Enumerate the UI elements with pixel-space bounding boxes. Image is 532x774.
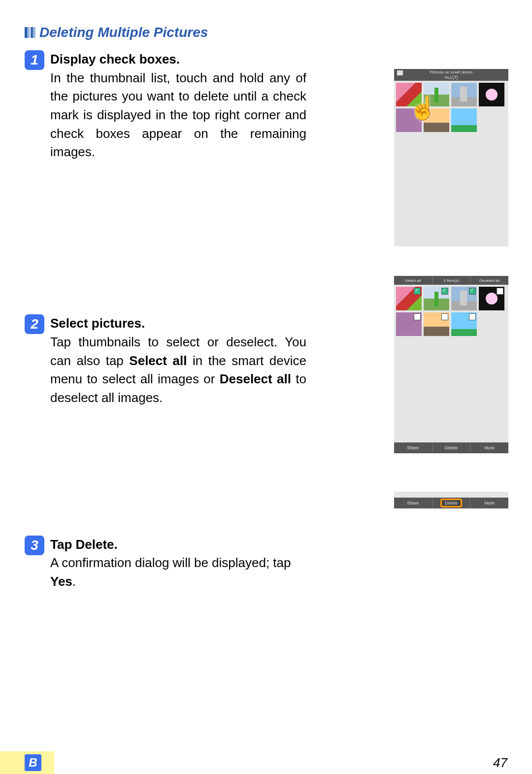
step3-text-c: . — [72, 574, 76, 589]
share-button[interactable]: Share — [394, 498, 432, 508]
section-title: Deleting Multiple Pictures — [25, 25, 507, 40]
thumbnail[interactable] — [424, 287, 449, 310]
step2-text-d: De­select all — [220, 371, 291, 386]
thumbnail[interactable] — [451, 108, 477, 132]
step-number-3: 3 — [25, 536, 44, 555]
step2-heading: Select pictures. — [50, 316, 145, 331]
section-bars-icon — [25, 27, 36, 38]
delete-button-highlighted[interactable]: Delete — [432, 498, 471, 508]
thumbnail[interactable] — [424, 312, 449, 336]
checkbox-checked-icon — [414, 288, 421, 295]
manual-page: Deleting Multiple Pictures 1 Display che… — [0, 0, 532, 774]
step3-text-a: A confirmation dialog will be displayed;… — [50, 555, 291, 570]
thumbnail[interactable] — [396, 108, 422, 132]
step3-heading-b: Delete — [76, 537, 114, 552]
thumbnail[interactable] — [424, 108, 449, 132]
step3-heading-a: Tap — [50, 537, 76, 552]
thumbnail[interactable] — [396, 83, 422, 106]
page-number: 47 — [493, 755, 507, 771]
phone2-selection-bar: Select all 3 Item(s) Deselect all — [394, 276, 508, 285]
step-3: 3 Tap Delete. A confirmation dialog will… — [25, 536, 507, 591]
checkbox-icon — [469, 313, 476, 320]
checkbox-icon — [497, 288, 503, 295]
checkbox-checked-icon — [469, 288, 476, 295]
checkbox-icon — [414, 313, 421, 320]
step-number-2: 2 — [25, 314, 44, 334]
step3-text-b: Yes — [50, 574, 72, 589]
phone2-grid — [394, 285, 508, 442]
phone1-header-line2: ALL(7) — [396, 75, 506, 80]
folder-icon — [397, 70, 403, 75]
thumbnail[interactable] — [479, 83, 504, 106]
thumbnail[interactable] — [396, 287, 422, 310]
thumbnail[interactable] — [479, 287, 504, 310]
step1-heading: Display check boxes. — [50, 52, 180, 67]
phone1-header: Pictures on smart device ALL(7) — [394, 69, 508, 81]
phone3-bottom-bar: Share Delete More — [394, 498, 508, 508]
section-title-text: Deleting Multiple Pictures — [39, 25, 208, 40]
phone1-header-line1: Pictures on smart device — [396, 70, 506, 74]
checkbox-checked-icon — [441, 288, 448, 295]
thumbnail[interactable] — [451, 83, 477, 106]
phone2-bottom-bar: Share Delete More — [394, 442, 508, 453]
deselect-all-button[interactable]: Deselect all — [470, 276, 508, 285]
share-button[interactable]: Share — [394, 442, 432, 453]
more-button[interactable]: More — [470, 498, 508, 508]
thumbnail[interactable] — [451, 312, 477, 336]
screenshot-step2: Select all 3 Item(s) Deselect all Share … — [394, 276, 508, 453]
screenshot-step3: Share Delete More — [394, 492, 508, 508]
step2-text-b: Select all — [129, 353, 187, 368]
page-footer: B 47 — [0, 751, 532, 774]
more-button[interactable]: More — [470, 442, 508, 453]
step1-text: In the thumbnail list, touch and hold an… — [50, 70, 306, 160]
phone1-grid: ☝ — [394, 81, 508, 246]
thumbnail[interactable] — [396, 312, 422, 336]
step3-heading-c: . — [114, 537, 118, 552]
step-number-1: 1 — [25, 50, 44, 70]
thumbnail[interactable] — [424, 83, 449, 106]
thumbnail[interactable] — [451, 287, 477, 310]
section-badge: B — [25, 754, 41, 771]
screenshot-step1: Pictures on smart device ALL(7) ☝ — [394, 69, 508, 246]
checkbox-icon — [441, 313, 448, 320]
delete-button[interactable]: Delete — [432, 442, 471, 453]
select-all-button[interactable]: Select all — [394, 276, 432, 285]
item-count: 3 Item(s) — [432, 276, 471, 285]
